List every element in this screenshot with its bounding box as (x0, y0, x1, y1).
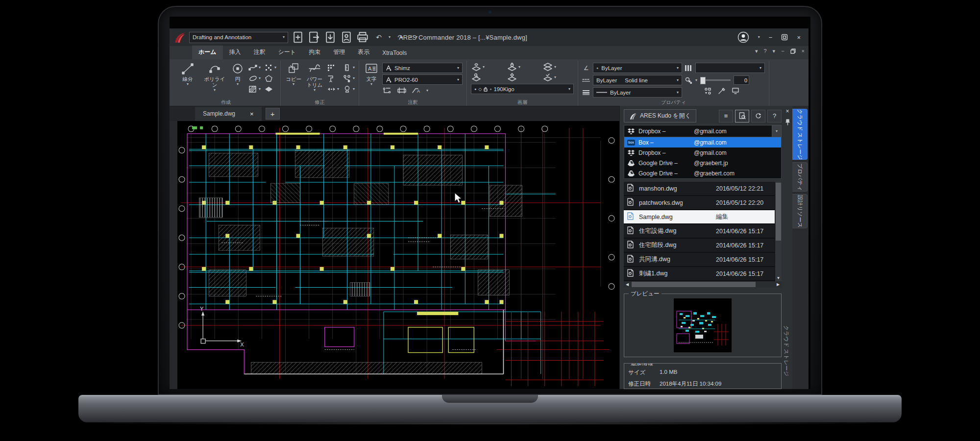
vscroll-thumb[interactable] (776, 183, 781, 241)
text-button[interactable]: A 文字 ▾ (363, 62, 380, 98)
circle-caret[interactable]: ▾ (237, 82, 239, 86)
account-option-box[interactable]: box Box – @gmail.com (624, 137, 781, 147)
tab-sheet[interactable]: シート (272, 46, 303, 59)
user-account-icon[interactable] (737, 31, 749, 43)
match-properties-icon[interactable] (704, 87, 712, 95)
line-caret[interactable]: ▾ (187, 82, 189, 86)
close-button[interactable]: × (797, 34, 801, 41)
save-button[interactable] (324, 31, 337, 43)
help-button[interactable]: ? (763, 48, 766, 54)
account-option-gdrive-jp[interactable]: Google Drive – @graebert.jp (624, 158, 781, 168)
transparency-icon[interactable] (685, 77, 692, 84)
open-ares-kudo-button[interactable]: ARES Kudo を開く (624, 109, 696, 122)
layer-hide-caret[interactable]: ▾ (483, 65, 485, 69)
tab-view[interactable]: 表示 (351, 46, 376, 59)
hscroll-track[interactable] (631, 281, 775, 288)
tab-home[interactable]: ホーム (192, 46, 223, 59)
transparency-slider-thumb[interactable] (700, 77, 706, 84)
color-mode-icon[interactable]: ∠ (582, 65, 590, 72)
open-file-button[interactable] (308, 31, 320, 43)
print-button[interactable] (356, 31, 369, 43)
weld-caret[interactable]: ▾ (353, 87, 355, 91)
layer-hide-button[interactable]: ▾ (471, 63, 502, 72)
circle-button[interactable]: 円 ▾ (229, 62, 246, 98)
help-caret[interactable]: ▾ (773, 49, 776, 54)
dimension-icon[interactable] (397, 87, 407, 94)
tab-constrain[interactable]: 拘束 (302, 46, 327, 59)
pattern-button[interactable] (327, 63, 339, 72)
hscroll-thumb[interactable] (632, 282, 756, 287)
doc-close-button[interactable]: × (802, 48, 805, 54)
side-tab-design-resources[interactable]: 設計リソース (792, 194, 808, 228)
transparency-caret[interactable]: ▾ (695, 78, 697, 82)
tab-insert[interactable]: 挿入 (223, 46, 247, 59)
titlebar-caret[interactable]: ▾ (758, 35, 760, 39)
spline-caret[interactable]: ▾ (259, 66, 261, 70)
list-view-button[interactable]: ≡ (719, 110, 733, 122)
undo-button[interactable]: ↶ (372, 31, 385, 43)
file-row-manshon[interactable]: manshon.dwg 2016/05/12 22:21 (624, 182, 775, 196)
scroll-down-icon[interactable]: ▼ (775, 276, 782, 280)
annotation-scale-selector[interactable]: ▾ (695, 63, 765, 73)
file-list-vertical-scrollbar[interactable]: ▼ (775, 182, 782, 281)
measure-button[interactable] (327, 74, 339, 83)
account-dropdown-button[interactable]: ▾ (772, 125, 781, 137)
spline-button[interactable]: ▾ (248, 63, 261, 72)
polyline-button[interactable]: ポリライン ▾ (202, 62, 227, 98)
transparency-value[interactable]: 0 (734, 75, 749, 85)
minimize-button[interactable]: − (769, 34, 773, 41)
help-panel-button[interactable]: ? (767, 110, 782, 122)
scale-caret[interactable]: ▾ (353, 66, 355, 70)
side-tab-properties[interactable]: プロパティ (792, 162, 808, 192)
polygon-button[interactable] (264, 74, 276, 83)
drawing-canvas[interactable]: Y X (177, 121, 619, 389)
layer-lock-button[interactable]: ▾ (507, 63, 538, 72)
file-row-patchworks[interactable]: patchworks.dwg 2016/05/12 22:20 (624, 196, 775, 210)
lineweight-icon[interactable] (582, 90, 590, 95)
undo-history-caret[interactable]: ▾ (389, 35, 391, 39)
stretch-button[interactable]: ▾ (327, 85, 339, 94)
doc-tab-close-icon[interactable]: × (250, 110, 254, 118)
tab-xtratools[interactable]: XtraTools (376, 47, 413, 59)
split-caret[interactable]: ▾ (353, 76, 355, 80)
tab-annotate[interactable]: 注釈 (247, 46, 272, 59)
refresh-button[interactable] (751, 110, 765, 122)
doc-restore-button[interactable] (790, 49, 796, 54)
display-icon[interactable] (732, 87, 739, 95)
layer-stack-button[interactable]: ▾ (542, 63, 574, 72)
color-selector[interactable]: ● ByLayer ▾ (593, 63, 682, 73)
powertrim-caret[interactable]: ▾ (314, 88, 316, 92)
layer-state-button[interactable]: ▾ (542, 73, 574, 82)
point-caret[interactable]: ▾ (274, 66, 276, 70)
ellipse-button[interactable]: ▾ (248, 74, 261, 83)
hatch-button[interactable]: ▾ (248, 85, 261, 94)
layer-lock-caret[interactable]: ▾ (518, 65, 520, 69)
hatch-caret[interactable]: ▾ (259, 87, 261, 91)
powertrim-button[interactable]: パワートリム ▾ (305, 62, 324, 98)
workspace-selector[interactable]: Drafting and Annotation ▾ (189, 32, 288, 43)
scroll-right-icon[interactable]: ▶ (775, 282, 782, 287)
active-layer-selector[interactable]: ● ◇ ● 190Kigo ▾ (471, 84, 574, 94)
panel-close-button[interactable]: × (785, 108, 789, 114)
preview-view-button[interactable] (735, 110, 749, 122)
panel-pin-button[interactable] (785, 119, 790, 127)
layer-settings-button[interactable] (507, 73, 538, 82)
region-button[interactable] (264, 85, 276, 94)
share-file-button[interactable] (340, 31, 353, 43)
account-selector[interactable]: Dropbox – @gmail.com ▾ (624, 125, 782, 137)
layer-stack-caret[interactable]: ▾ (554, 65, 556, 69)
scale-button[interactable]: ▾ (343, 63, 355, 72)
layer-state-caret[interactable]: ▾ (554, 75, 556, 79)
new-file-button[interactable] (292, 31, 304, 43)
doc-minimize-button[interactable]: − (781, 48, 784, 54)
tab-manage[interactable]: 管理 (327, 46, 351, 59)
file-row-jutaku-setsubi[interactable]: 住宅設備.dwg 2014/06/26 15:17 (624, 224, 775, 239)
copy-button[interactable]: コピー ▾ (285, 62, 302, 98)
point-button[interactable]: ▾ (264, 63, 276, 72)
layer-isolate-button[interactable] (471, 73, 502, 82)
text-style-selector[interactable]: Shimz ▾ (382, 63, 463, 73)
transparency-slider[interactable] (700, 79, 731, 81)
new-doc-tab-button[interactable]: + (266, 108, 280, 120)
doc-tab-sample[interactable]: Sample.dwg × (195, 107, 262, 121)
weld-button[interactable]: ▾ (343, 85, 355, 94)
